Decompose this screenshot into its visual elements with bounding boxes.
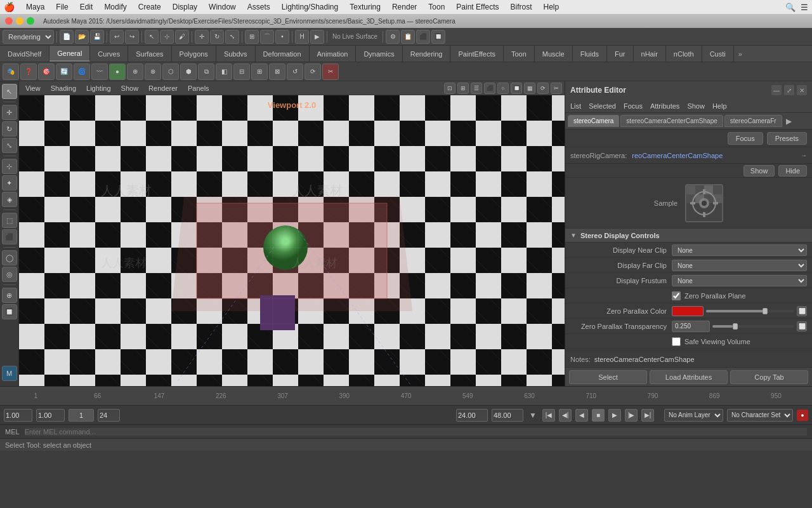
menu-modify[interactable]: Modify	[99, 1, 131, 13]
paint-btn[interactable]: 🖌	[175, 30, 189, 44]
tool-btn7[interactable]: ◈	[2, 192, 17, 207]
history-btn[interactable]: H	[295, 30, 309, 44]
shelf-btn15[interactable]: ⊞	[251, 64, 268, 80]
attr-menu-attributes[interactable]: Attributes	[650, 102, 679, 110]
zero-parallax-color-slider[interactable]	[706, 310, 794, 312]
go-end-btn[interactable]: ▶|	[641, 409, 654, 422]
snap-curve-btn[interactable]: ⌒	[260, 30, 274, 44]
tab-fluids[interactable]: Fluids	[573, 46, 607, 62]
stereo-display-section[interactable]: ▼ Stereo Display Controls	[565, 229, 812, 243]
shelf-btn7[interactable]: ●	[109, 64, 126, 80]
save-btn[interactable]: 💾	[90, 30, 104, 44]
play-back-btn[interactable]: ◀	[575, 409, 588, 422]
section-collapse-arrow[interactable]: ▼	[570, 232, 577, 239]
snap-grid-btn[interactable]: ⊞	[245, 30, 259, 44]
tool-btn8[interactable]: ⬚	[2, 213, 17, 228]
tab-surfaces[interactable]: Surfaces	[128, 46, 171, 62]
attr-menu-list[interactable]: List	[570, 102, 581, 110]
lasso-btn[interactable]: ⊹	[160, 30, 174, 44]
attr-minimize-btn[interactable]: —	[771, 85, 782, 95]
attr-tab-center-cam[interactable]: stereoCameraCenterCamShape	[620, 115, 723, 127]
menu-texturing[interactable]: Texturing	[344, 1, 386, 13]
shelf-btn8[interactable]: ⊕	[127, 64, 143, 80]
shelf-btn1[interactable]: 🎭	[3, 64, 19, 80]
start-frame-input[interactable]	[36, 409, 65, 422]
shelf-btn5[interactable]: 🌀	[74, 64, 90, 80]
vt-renderer[interactable]: Renderer	[145, 84, 181, 92]
tab-subdvs[interactable]: Subdvs	[216, 46, 256, 62]
step-back-btn[interactable]: ◀|	[559, 409, 572, 422]
shelf-btn2[interactable]: ❓	[20, 64, 37, 80]
select-tool[interactable]: ↖	[2, 84, 17, 99]
hide-button[interactable]: Hide	[778, 165, 807, 177]
stop-btn[interactable]: ■	[592, 409, 605, 422]
menu-paint-effects[interactable]: Paint Effects	[451, 1, 504, 13]
zero-parallax-transparency-input[interactable]	[672, 321, 710, 332]
anim-layer-select[interactable]: No Anim Layer	[664, 409, 723, 422]
open-btn[interactable]: 📂	[75, 30, 89, 44]
tab-nhair[interactable]: nHair	[634, 46, 666, 62]
frame-input[interactable]	[69, 409, 94, 422]
tabs-overflow-btn[interactable]: »	[734, 46, 747, 62]
shelf-btn19[interactable]: ✂	[322, 64, 339, 80]
new-scene-btn[interactable]: 📄	[60, 30, 74, 44]
presets-button[interactable]: Presets	[767, 132, 807, 145]
zero-parallax-color-swatch[interactable]	[672, 306, 704, 316]
menu-extras-icon[interactable]: ☰	[801, 3, 808, 12]
tab-custi[interactable]: Custi	[702, 46, 734, 62]
zero-parallax-transparency-btn[interactable]: ⬜	[797, 321, 807, 331]
tab-dynamics[interactable]: Dynamics	[356, 46, 402, 62]
attr-float-btn[interactable]: ⤢	[784, 85, 794, 95]
show-button[interactable]: Show	[743, 165, 775, 177]
tool-btn11[interactable]: ◎	[2, 267, 17, 282]
vp-icon2[interactable]: ⊞	[457, 83, 469, 94]
step-fwd-btn[interactable]: |▶	[625, 409, 638, 422]
safe-viewing-checkbox[interactable]	[672, 337, 681, 346]
vt-shading[interactable]: Shading	[47, 84, 80, 92]
tab-toon[interactable]: Toon	[504, 46, 535, 62]
shelf-btn18[interactable]: ⟳	[304, 64, 321, 80]
select-btn[interactable]: ↖	[145, 30, 159, 44]
rotate-tool[interactable]: ↻	[2, 121, 17, 137]
vp-icon5[interactable]: ○	[497, 83, 509, 94]
viewport-scene[interactable]: 人人素材 人人素材 人人素材 人人素材 Viewport 2.0	[19, 95, 565, 386]
go-start-btn[interactable]: |◀	[542, 409, 555, 422]
menu-toon[interactable]: Toon	[423, 1, 450, 13]
menu-render[interactable]: Render	[387, 1, 422, 13]
vp-icon9[interactable]: ✂	[551, 83, 562, 94]
load-attributes-button[interactable]: Load Attributes	[650, 370, 728, 384]
viewport[interactable]: View Shading Lighting Show Renderer Pane…	[19, 81, 565, 386]
rig-camera-value[interactable]: reoCameraCenterCamShape	[632, 152, 723, 159]
char-set-select[interactable]: No Character Set	[727, 409, 793, 422]
rotate-btn[interactable]: ↻	[210, 30, 224, 44]
tab-ncloth[interactable]: nCloth	[666, 46, 702, 62]
tab-davidshelf[interactable]: DavidShelf	[0, 46, 49, 62]
zero-parallax-plane-checkbox[interactable]	[672, 291, 681, 300]
select-button[interactable]: Select	[569, 370, 647, 384]
shelf-btn13[interactable]: ◧	[216, 64, 232, 80]
focus-button[interactable]: Focus	[728, 132, 763, 145]
tab-polygons[interactable]: Polygons	[172, 46, 216, 62]
vp-icon4[interactable]: ⬛	[484, 83, 495, 94]
shelf-btn17[interactable]: ↺	[287, 64, 303, 80]
tab-fur[interactable]: Fur	[607, 46, 634, 62]
tool-btn12[interactable]: ⊕	[2, 288, 17, 303]
display-far-clip-select[interactable]: None	[672, 260, 807, 271]
range-start[interactable]	[456, 409, 488, 422]
shelf-btn3[interactable]: 🎯	[38, 64, 55, 80]
tool-maya-logo[interactable]: M	[2, 366, 17, 381]
display-frustum-select[interactable]: None	[672, 275, 807, 286]
attr-tab-stereocamera[interactable]: stereoCamera	[568, 115, 619, 127]
play-fwd-btn[interactable]: ▶	[608, 409, 621, 422]
extra-btn2[interactable]: 📋	[401, 30, 415, 44]
attr-menu-selected[interactable]: Selected	[589, 102, 616, 110]
shelf-btn10[interactable]: ⬡	[162, 64, 179, 80]
menu-bifrost[interactable]: Bifrost	[505, 1, 537, 13]
extra-btn4[interactable]: 🔲	[431, 30, 445, 44]
tab-deformation[interactable]: Deformation	[256, 46, 310, 62]
menu-help[interactable]: Help	[539, 1, 565, 13]
vp-icon6[interactable]: 🔲	[511, 83, 522, 94]
undo-btn[interactable]: ↩	[110, 30, 124, 44]
tool-btn10[interactable]: ◯	[2, 250, 17, 265]
copy-tab-button[interactable]: Copy Tab	[730, 370, 808, 384]
